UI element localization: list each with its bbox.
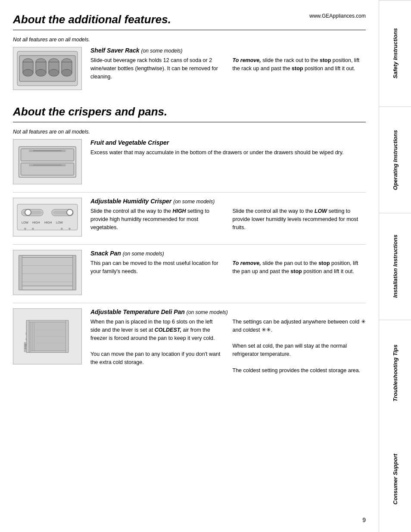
snack-pan-text: Snack Pan (on some models) This pan can … <box>90 250 366 276</box>
humidity-crisper-text: Adjustable Humidity Crisper (on some mod… <box>90 198 366 231</box>
section-crispers-pans: About the crispers and pans. Not all fea… <box>13 105 366 374</box>
humidity-left: Slide the control all the way to the HIG… <box>90 207 224 231</box>
snack-pan-image <box>13 250 82 295</box>
fruit-veg-crisper-title: Fruit and Vegetable Crisper <box>90 139 366 146</box>
sidebar-item-installation-instructions[interactable]: Installation Instructions <box>379 213 411 319</box>
svg-point-24 <box>25 209 31 215</box>
deli-pan-title: Adjustable Temperature Deli Pan (on some… <box>90 308 366 315</box>
shelf-saver-rack-title: Shelf Saver Rack (on some models) <box>90 47 366 54</box>
snack-pan-title: Snack Pan (on some models) <box>90 250 366 257</box>
deli-pan-svg: ↑ ↓ DELI FRESH ZONE <box>15 317 80 356</box>
deli-pan-left: When the pan is placed in the top 6 slot… <box>90 318 224 374</box>
page-number: 9 <box>362 516 366 523</box>
svg-rect-21 <box>17 204 78 230</box>
svg-rect-54 <box>26 320 29 353</box>
shelf-saver-right: To remove, slide the rack out to the sto… <box>233 56 366 81</box>
svg-text:HIGH: HIGH <box>44 221 52 224</box>
section1-subtitle: Not all features are on all models. <box>13 37 366 43</box>
svg-text:✳: ✳ <box>31 227 34 231</box>
fruit-veg-crisper-body: Excess water that may accumulate in the … <box>90 149 366 157</box>
svg-point-27 <box>67 209 73 215</box>
crisper-divider1 <box>13 192 366 193</box>
snack-pan-svg <box>15 253 80 292</box>
deli-pan-image: ↑ ↓ DELI FRESH ZONE <box>13 308 82 364</box>
svg-text:✳: ✳ <box>68 227 71 231</box>
sidebar-item-operating-instructions[interactable]: Operating Instructions <box>379 106 411 213</box>
humidity-crisper-image: LOW HIGH HIGH LOW ✳ ✳ ✳ ✳ <box>13 198 82 236</box>
snack-pan-row: Snack Pan (on some models) This pan can … <box>13 250 366 295</box>
crisper-divider3 <box>13 303 366 303</box>
humidity-svg: LOW HIGH HIGH LOW ✳ ✳ ✳ ✳ <box>15 198 80 236</box>
svg-rect-41 <box>19 255 22 290</box>
deli-pan-body: When the pan is placed in the top 6 slot… <box>90 318 366 374</box>
humidity-right: Slide the control all the way to the LOW… <box>233 207 366 231</box>
humidity-crisper-title: Adjustable Humidity Crisper (on some mod… <box>90 198 366 205</box>
svg-text:✳: ✳ <box>60 227 63 231</box>
main-content: www.GEAppliances.com About the additiona… <box>0 0 379 532</box>
fruit-veg-crisper-text: Fruit and Vegetable Crisper Excess water… <box>90 139 366 157</box>
shelf-saver-svg <box>15 49 80 88</box>
sidebar-item-safety-instructions[interactable]: Safety Instructions <box>379 0 411 106</box>
fruit-veg-crisper-image <box>13 139 82 184</box>
shelf-saver-rack-body: Slide-out beverage rack holds 12 cans of… <box>90 56 366 81</box>
crisper-divider2 <box>13 244 366 245</box>
shelf-saver-rack-row: Shelf Saver Rack (on some models) Slide-… <box>13 47 366 90</box>
humidity-crisper-row: LOW HIGH HIGH LOW ✳ ✳ ✳ ✳ Adjustable Hum… <box>13 198 366 236</box>
fruit-veg-crisper-row: Fruit and Vegetable Crisper Excess water… <box>13 139 366 184</box>
section2-title: About the crispers and pans. <box>13 105 366 118</box>
svg-rect-42 <box>73 255 76 290</box>
sidebar-item-consumer-support[interactable]: Consumer Support <box>379 426 411 532</box>
section2-subtitle: Not all features are on all models. <box>13 129 366 135</box>
website-url: www.GEAppliances.com <box>309 13 366 19</box>
snack-pan-left: This pan can be moved to the most useful… <box>90 259 224 276</box>
svg-text:✳: ✳ <box>24 227 27 231</box>
svg-rect-55 <box>66 320 68 353</box>
shelf-saver-rack-image <box>13 47 82 90</box>
snack-pan-body: This pan can be moved to the most useful… <box>90 259 366 276</box>
svg-text:LOW: LOW <box>56 221 63 224</box>
fruit-veg-svg <box>15 143 80 181</box>
section2-divider <box>13 122 366 122</box>
section-additional-features: About the additional features. Not all f… <box>13 13 366 90</box>
sidebar-item-troubleshooting-tips[interactable]: Troubleshooting Tips <box>379 320 411 426</box>
sidebar: Safety Instructions Operating Instructio… <box>379 0 411 532</box>
svg-point-7 <box>36 69 46 76</box>
svg-point-10 <box>49 69 59 76</box>
shelf-saver-left: Slide-out beverage rack holds 12 cans of… <box>90 56 224 81</box>
deli-pan-row: ↑ ↓ DELI FRESH ZONE <box>13 308 366 374</box>
deli-pan-right: The settings can be adjusted anywhere be… <box>233 318 366 374</box>
svg-point-13 <box>62 69 72 76</box>
shelf-saver-rack-text: Shelf Saver Rack (on some models) Slide-… <box>90 47 366 81</box>
svg-point-4 <box>23 69 33 76</box>
snack-pan-right: To remove, slide the pan out to the stop… <box>233 259 366 276</box>
svg-text:HIGH: HIGH <box>32 221 40 224</box>
svg-text:LOW: LOW <box>22 221 28 224</box>
section1-divider <box>13 30 366 30</box>
humidity-crisper-body: Slide the control all the way to the HIG… <box>90 207 366 231</box>
deli-pan-text: Adjustable Temperature Deli Pan (on some… <box>90 308 366 374</box>
